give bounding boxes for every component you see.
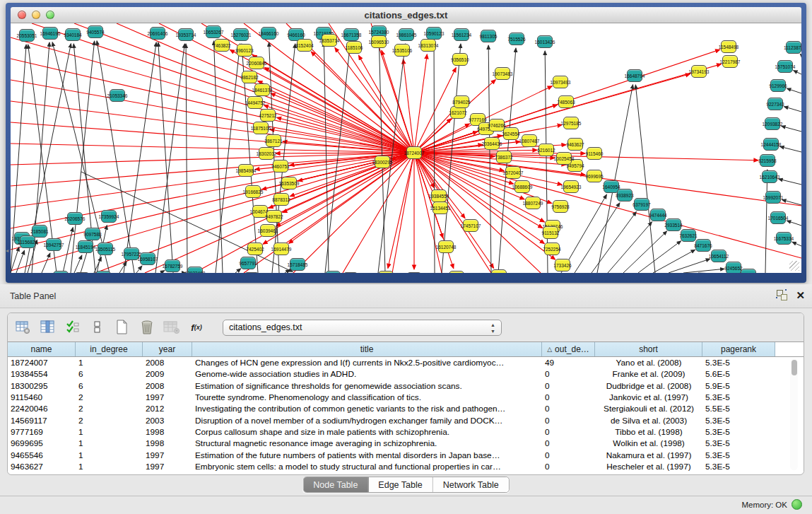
graph-node[interactable]: 20691406	[150, 27, 165, 40]
float-panel-icon[interactable]	[777, 290, 787, 300]
graph-edge[interactable]	[787, 221, 801, 226]
column-header-short[interactable]: short	[595, 342, 702, 356]
graph-node[interactable]: 9115132	[543, 226, 558, 239]
graph-node[interactable]: 18946102	[406, 272, 422, 273]
graph-node[interactable]: 11548498	[721, 40, 736, 53]
create-column-icon[interactable]	[114, 320, 131, 335]
graph-node[interactable]: 22060846	[249, 57, 264, 69]
column-header-year[interactable]: year	[143, 342, 192, 356]
graph-edge[interactable]	[155, 44, 184, 273]
graph-node[interactable]: 10653267	[206, 25, 221, 38]
row-options-icon[interactable]	[89, 320, 106, 335]
graph-node[interactable]: 9119468	[325, 271, 341, 273]
graph-node[interactable]: 10973493	[553, 76, 568, 88]
graph-node[interactable]: 1835106	[244, 272, 259, 273]
network-view-window[interactable]: citations_edges.txt 20553051169461969340…	[6, 3, 806, 283]
graph-edge[interactable]	[638, 241, 681, 273]
graph-edge[interactable]	[42, 253, 50, 273]
graph-edge[interactable]	[414, 153, 494, 268]
table-row[interactable]: 911546021997Tourette syndrome. Phenomeno…	[8, 392, 804, 403]
table-row[interactable]: 1872400712008Changes of HCN gene express…	[8, 357, 804, 368]
tab-network-table[interactable]: Network Table	[433, 477, 509, 492]
graph-edge[interactable]	[11, 153, 414, 186]
graph-edge[interactable]	[324, 42, 329, 273]
select-columns-icon[interactable]	[64, 320, 81, 335]
function-builder-icon[interactable]: f(x)	[188, 320, 205, 335]
show-columns-icon[interactable]	[40, 320, 57, 335]
graph-node[interactable]: 19353714	[178, 28, 194, 41]
delete-columns-icon[interactable]	[139, 320, 155, 335]
graph-node[interactable]: 18461372	[254, 83, 270, 96]
graph-edge[interactable]	[388, 153, 414, 268]
graph-node[interactable]: 16671358	[343, 28, 359, 41]
graph-node[interactable]: 1185106	[346, 41, 362, 54]
panel-collapse-tick[interactable]: ◂	[6, 247, 8, 254]
table-row[interactable]: 977716911998Corpus callosum shape and si…	[8, 426, 804, 438]
graph-hub-node[interactable]: 18724007	[406, 146, 422, 159]
graph-node[interactable]: 13505115	[98, 243, 113, 255]
graph-edge[interactable]	[16, 250, 25, 273]
graph-node[interactable]: 8878312	[273, 193, 289, 206]
window-titlebar[interactable]: citations_edges.txt	[11, 7, 801, 23]
graph-node[interactable]: 10946212	[491, 269, 507, 273]
graph-edge[interactable]	[800, 54, 801, 55]
graph-node[interactable]: 8960123	[237, 44, 252, 57]
graph-node[interactable]: 15134451	[433, 201, 448, 214]
graph-node[interactable]: 3867121	[266, 134, 281, 147]
graph-node[interactable]: 11156829	[20, 235, 35, 248]
graph-node[interactable]: 19166825	[245, 185, 261, 198]
tab-node-table[interactable]: Node Table	[303, 477, 368, 492]
graph-edge[interactable]	[97, 41, 134, 273]
graph-node[interactable]: 12975185	[563, 117, 579, 129]
graph-node[interactable]: 17457107	[463, 219, 478, 232]
graph-edge[interactable]	[414, 153, 801, 258]
graph-node[interactable]: 16353509	[281, 177, 297, 189]
tab-edge-table[interactable]: Edge Table	[368, 477, 433, 492]
graph-node[interactable]: 18313074	[420, 39, 436, 52]
graph-edge[interactable]	[779, 179, 801, 185]
graph-node[interactable]: 8152404	[297, 39, 312, 52]
graph-edge[interactable]	[158, 42, 173, 273]
graph-edge[interactable]	[792, 242, 801, 246]
graph-node[interactable]: 13942757	[46, 238, 61, 251]
graph-node[interactable]: 16120748	[438, 240, 454, 253]
graph-node[interactable]: 16914479	[273, 243, 289, 255]
graph-node[interactable]: 18466160	[261, 27, 276, 40]
graph-node[interactable]: 7425402	[247, 243, 263, 255]
graph-node[interactable]: 10688609	[514, 180, 530, 193]
graph-node[interactable]: 19073483	[495, 67, 510, 80]
graph-node[interactable]: 4275212	[260, 109, 276, 122]
graph-node[interactable]: 15992071	[765, 191, 781, 204]
graph-node[interactable]: 9227343	[767, 98, 783, 110]
graph-node[interactable]: 18302032	[259, 147, 274, 160]
graph-edge[interactable]	[74, 255, 82, 273]
window-resize-grip[interactable]	[789, 261, 799, 271]
graph-node[interactable]: 8794025	[454, 95, 469, 108]
graph-node[interactable]: 9862182	[242, 71, 257, 83]
graph-node[interactable]: 20364436	[484, 137, 500, 150]
graph-node[interactable]: 8938923	[617, 189, 632, 201]
graph-node[interactable]: 16096510	[371, 35, 387, 48]
graph-node[interactable]: 9657791	[240, 257, 256, 269]
graph-node[interactable]: 15276021	[233, 28, 249, 41]
graph-node[interactable]: 19854984	[238, 164, 254, 177]
graph-node[interactable]: 11845194	[78, 240, 93, 253]
table-row[interactable]: 946554611997Estimation of the future num…	[8, 449, 804, 460]
network-graph-canvas[interactable]: 2055305116946196934018494055742069140619…	[11, 23, 801, 273]
graph-edge[interactable]	[592, 211, 636, 273]
graph-node[interactable]: 9497822	[266, 210, 282, 223]
graph-node[interactable]: 18353714	[322, 34, 337, 47]
graph-edge[interactable]	[608, 222, 652, 273]
graph-node[interactable]: 12093822	[765, 117, 780, 130]
graph-edge[interactable]	[414, 153, 801, 206]
graph-node[interactable]: 12444158	[763, 138, 779, 151]
graph-node[interactable]: 7463822	[214, 39, 230, 52]
graph-node[interactable]: 20206576	[67, 212, 83, 225]
graph-node[interactable]: 20553051	[19, 29, 35, 42]
graph-edge[interactable]	[11, 37, 414, 153]
table-selector-dropdown[interactable]: citations_edges.txt ▲▼	[223, 320, 502, 336]
graph-node[interactable]: 10025458	[556, 152, 572, 165]
graph-node[interactable]: 11561234	[454, 28, 469, 41]
column-header-title[interactable]: title	[192, 342, 542, 356]
graph-node[interactable]: 1733426	[555, 259, 570, 271]
